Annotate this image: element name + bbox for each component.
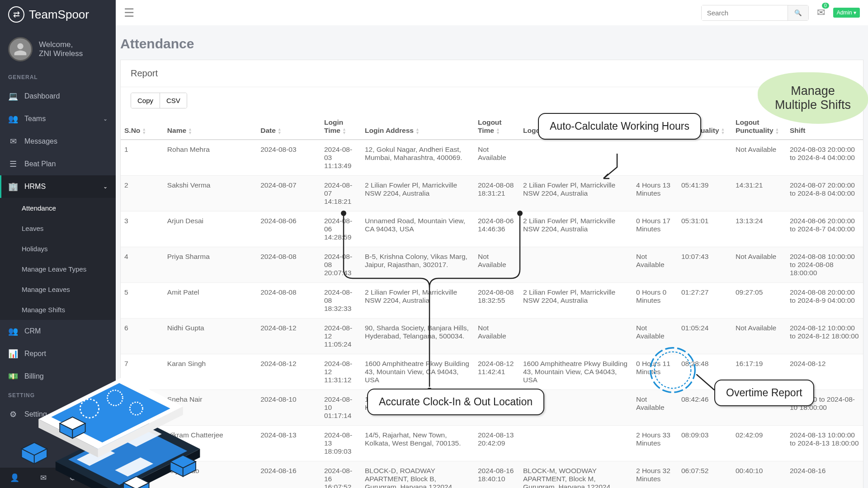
cell-sno: 2 [121,176,164,211]
cell-login-address: Unnamed Road, Mountain View, CA 94043, U… [361,211,474,247]
cell-logout-time: 2024-08-06 14:46:36 [474,211,519,247]
cell-sno: 7 [121,354,164,390]
cell-shift: 2024-08-16 [786,461,863,488]
table-row[interactable]: 5 Amit Patel 2024-08-08 2024-08-08 18:32… [121,283,863,319]
cell-date: 2024-08-08 [257,247,321,283]
cell-logout-address: 2 Lilian Fowler Pl, Marrickville NSW 220… [519,283,632,319]
cell-logout-address: 2 Lilian Fowler Pl, Marrickville NSW 220… [519,211,632,247]
cell-shift: 2024-08-06 20:00:00 to 2024-8-7 04:00:00 [786,211,863,247]
cell-sno: 5 [121,283,164,319]
cell-logout-time: Not Available [474,140,519,176]
table-row[interactable]: 3 Arjun Desai 2024-08-06 2024-08-06 14:2… [121,211,863,247]
hamburger-icon[interactable]: ☰ [124,6,134,20]
col-logout-time[interactable]: Logout Time▲▼ [474,114,519,140]
search-input[interactable] [702,5,788,20]
sidebar-item-manage-leave-types[interactable]: Manage Leave Types [0,259,116,279]
footer-mail-icon[interactable]: ✉ [29,468,58,488]
cell-login-punctuality: 05:41:39 [678,176,732,211]
section-setting: SETTING [0,388,116,403]
welcome-text: Welcome, [39,40,83,49]
cell-logout-time: Not Available [474,319,519,354]
brand-logo[interactable]: ⇄ TeamSpoor [0,0,116,29]
cell-name: Karan Singh [164,354,257,390]
admin-menu[interactable]: Admin ▾ [833,8,860,18]
sidebar-item-leaves[interactable]: Leaves [0,218,116,239]
footer-user-icon[interactable]: 👤 [0,468,29,488]
cell-name: Vikram Chatterjee [164,426,257,461]
table-row[interactable]: 4 Priya Sharma 2024-08-08 2024-08-08 20:… [121,247,863,283]
cell-login-time: 2024-08-07 14:18:21 [321,176,361,211]
company-name: ZNI Wireless [39,49,83,58]
callout-text: Accurate Clock-In & Out Location [367,389,544,415]
cell-logout-time: 2024-08-08 18:32:55 [474,283,519,319]
panel-toolbar: Copy CSV Search: [121,87,863,114]
cell-logout-address: BLOCK-M, WOODWAY APARTMENT, Block M, Gur… [519,461,632,488]
svg-point-3 [651,348,695,393]
gear-icon: ⚙ [8,409,18,419]
cell-sno: 1 [121,140,164,176]
sidebar-item-messages[interactable]: ✉ Messages [0,130,116,153]
sidebar-item-billing[interactable]: 💵 Billing [0,365,116,388]
table-row[interactable]: 9 Vikram Chatterjee 2024-08-13 2024-08-1… [121,426,863,461]
cell-login-time: 2024-08-08 20:07:43 [321,247,361,283]
cell-logout-punctuality: 00:40:10 [732,461,786,488]
cell-logout-time: 2024-08-12 11:42:41 [474,354,519,390]
csv-button[interactable]: CSV [160,93,187,108]
table-row[interactable]: 2 Sakshi Verma 2024-08-07 2024-08-07 14:… [121,176,863,211]
svg-point-4 [655,352,691,389]
sidebar-item-teams[interactable]: 👥 Teams ⌄ [0,108,116,130]
attendance-table: S.No▲▼ Name▲▼ Date▲▼ Login Time▲▼ Login … [121,114,863,488]
sidebar-item-crm[interactable]: 👥 CRM [0,320,116,343]
cell-sno: 6 [121,319,164,354]
col-date[interactable]: Date▲▼ [257,114,321,140]
col-sno[interactable]: S.No▲▼ [121,114,164,140]
sidebar-item-manage-leaves[interactable]: Manage Leaves [0,279,116,300]
col-login-address[interactable]: Login Address▲▼ [361,114,474,140]
user-panel: Welcome, ZNI Wireless [0,29,116,70]
avatar[interactable] [8,37,33,61]
sidebar-item-beat-plan[interactable]: ☰ Beat Plan [0,153,116,175]
cell-logout-punctuality: Not Available [732,319,786,354]
cell-sno: 3 [121,211,164,247]
col-name[interactable]: Name▲▼ [164,114,257,140]
cell-name: Arjun Desai [164,211,257,247]
copy-button[interactable]: Copy [131,93,160,108]
footer-gear-icon[interactable]: ⚙ [58,468,87,488]
cell-working: 0 Hours 0 Minutes [632,283,678,319]
cell-date: 2024-08-13 [257,426,321,461]
callout-clockin: Accurate Clock-In & Out Location [367,389,544,415]
cell-shift: 2024-08-07 20:00:00 to 2024-8-8 04:00:00 [786,176,863,211]
footer-power-icon[interactable]: ⏻ [87,468,116,488]
cell-shift: 2024-08-08 10:00:00 to 2024-08-08 18:00:… [786,247,863,283]
cell-name: Anjali Rao [164,461,257,488]
table-row[interactable]: 1 Rohan Mehra 2024-08-03 2024-08-03 11:1… [121,140,863,176]
sidebar-item-report[interactable]: 📊 Report [0,343,116,365]
cell-logout-punctuality: 14:31:21 [732,176,786,211]
cell-logout-time: 2024-08-13 20:42:09 [474,426,519,461]
sidebar-item-attendance[interactable]: Attendance [0,198,116,218]
notifications-button[interactable]: ✉ 0 [817,7,825,19]
sidebar-item-setting[interactable]: ⚙ Setting [0,403,116,426]
search-button[interactable]: 🔍 [788,5,808,20]
table-row[interactable]: 10 Anjali Rao 2024-08-16 2024-08-16 16:0… [121,461,863,488]
table-row[interactable]: 6 Nidhi Gupta 2024-08-12 2024-08-12 11:0… [121,319,863,354]
sidebar-item-hrms[interactable]: 🏢 HRMS ⌄ [0,175,116,198]
col-login-time[interactable]: Login Time▲▼ [321,114,361,140]
sidebar-item-manage-shifts[interactable]: Manage Shifts [0,300,116,320]
money-icon: 💵 [8,371,18,381]
cell-name: Rohan Mehra [164,140,257,176]
overtime-circle-highlight [647,345,698,395]
callout-working-hours: Auto-Calculate Working Hours [538,113,701,140]
cell-logout-address [519,247,632,283]
envelope-icon: ✉ [8,136,18,146]
chevron-down-icon: ⌄ [103,183,108,190]
cell-login-address: 14/5, Rajarhat, New Town, Kolkata, West … [361,426,474,461]
callout-text: Manage Multiple Shifts [758,72,868,124]
notification-count: 0 [822,3,829,9]
sidebar-item-dashboard[interactable]: 💻 Dashboard [0,85,116,108]
cell-login-time: 2024-08-08 18:32:33 [321,283,361,319]
cell-shift: 2024-08-08 20:00:00 to 2024-8-9 04:00:00 [786,283,863,319]
cell-login-time: 2024-08-12 11:31:12 [321,354,361,390]
cell-date: 2024-08-10 [257,390,321,426]
sidebar-item-holidays[interactable]: Holidays [0,239,116,259]
